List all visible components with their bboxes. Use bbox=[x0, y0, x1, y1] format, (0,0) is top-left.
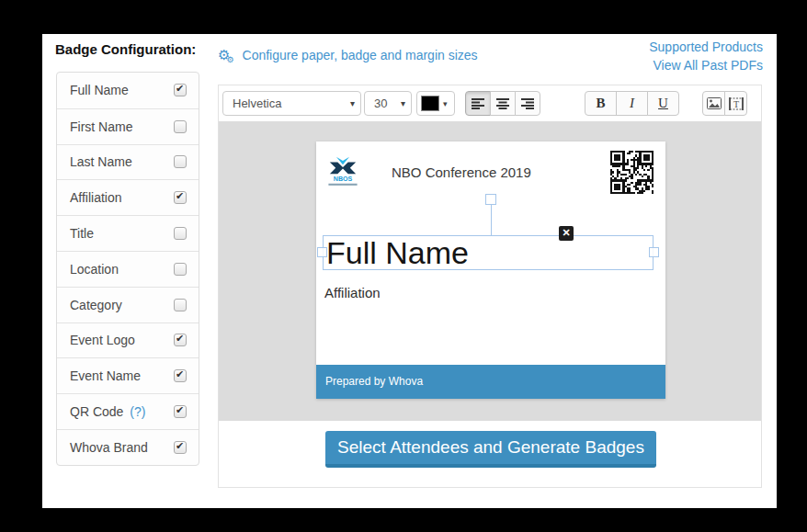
resize-handle-left[interactable] bbox=[317, 247, 327, 257]
badge-editor-panel: Helvetica ▾ 30 ▾ ▾ bbox=[218, 85, 762, 488]
config-item-label: Event Name bbox=[70, 368, 143, 383]
delete-textbox-button[interactable]: ✕ bbox=[559, 226, 574, 241]
config-item-checkbox[interactable] bbox=[174, 441, 187, 454]
font-color-picker[interactable]: ▾ bbox=[416, 91, 455, 116]
resize-handle-right[interactable] bbox=[649, 247, 659, 257]
config-item-checkbox[interactable] bbox=[174, 120, 187, 133]
qr-code[interactable] bbox=[610, 151, 654, 194]
config-item-checkbox[interactable] bbox=[174, 84, 187, 96]
config-item-checkbox[interactable] bbox=[174, 263, 187, 276]
config-item: QR Code (?) bbox=[57, 393, 199, 429]
alignment-group bbox=[465, 91, 540, 116]
config-item-checkbox[interactable] bbox=[174, 227, 187, 240]
config-item-checkbox[interactable] bbox=[174, 299, 187, 311]
page: Badge Configuration: Full Name First Nam… bbox=[42, 34, 777, 508]
underline-button[interactable]: U bbox=[647, 91, 679, 116]
event-name-text[interactable]: NBO Conference 2019 bbox=[392, 164, 531, 180]
align-right-icon bbox=[521, 97, 534, 109]
config-item-label: Title bbox=[70, 226, 97, 241]
page-title: Badge Configuration: bbox=[55, 41, 196, 57]
resize-textbox-button[interactable]: T bbox=[724, 91, 747, 116]
affiliation-textbox[interactable]: Affiliation bbox=[324, 285, 381, 300]
align-left-button[interactable] bbox=[465, 91, 491, 116]
italic-button[interactable]: I bbox=[616, 91, 648, 116]
gears-icon: ⚙⚙ bbox=[218, 47, 238, 63]
badge-preview: NBOS NBO Conference 2019 Full Name ✕ Aff… bbox=[316, 141, 665, 399]
config-item-label: First Name bbox=[70, 119, 135, 134]
config-item-checkbox[interactable] bbox=[174, 191, 187, 204]
config-item: Full Name bbox=[57, 73, 199, 108]
help-link[interactable]: (?) bbox=[126, 404, 145, 419]
config-item-checkbox[interactable] bbox=[174, 155, 187, 168]
generate-badges-button[interactable]: Select Attendees and Generate Badges bbox=[325, 431, 656, 468]
config-item-checkbox[interactable] bbox=[174, 369, 187, 382]
chevron-down-icon: ▾ bbox=[439, 99, 451, 108]
name-textbox[interactable]: Full Name bbox=[323, 235, 654, 270]
align-center-icon bbox=[496, 97, 509, 109]
config-item: Affiliation bbox=[57, 179, 199, 215]
config-item: Category bbox=[57, 287, 199, 323]
config-item-label: Category bbox=[70, 298, 125, 312]
config-item-checkbox[interactable] bbox=[174, 334, 187, 346]
config-item-label: QR Code (?) bbox=[70, 404, 145, 419]
config-item: First Name bbox=[57, 108, 199, 144]
config-item-label: Full Name bbox=[70, 83, 131, 97]
config-item-label: Whova Brand bbox=[70, 440, 151, 455]
config-item: Location bbox=[57, 251, 199, 287]
configure-sizes-link[interactable]: ⚙⚙Configure paper, badge and margin size… bbox=[218, 47, 478, 63]
config-item-label: Affiliation bbox=[70, 190, 125, 205]
insert-group: T bbox=[702, 91, 747, 116]
font-family-select[interactable]: Helvetica ▾ bbox=[222, 91, 361, 116]
event-logo[interactable]: NBOS bbox=[327, 155, 358, 188]
align-right-button[interactable] bbox=[515, 91, 540, 116]
rotation-line bbox=[491, 205, 492, 235]
nbos-logo-icon: NBOS bbox=[327, 155, 358, 188]
chevron-down-icon: ▾ bbox=[395, 98, 411, 108]
view-past-pdfs-link[interactable]: View All Past PDFs bbox=[649, 56, 763, 74]
config-item: Event Name bbox=[57, 357, 199, 393]
config-item-checkbox[interactable] bbox=[174, 405, 187, 418]
badge-config-list: Full Name First Name Last Name Affiliati… bbox=[56, 72, 199, 466]
config-item: Whova Brand bbox=[57, 429, 199, 465]
config-item: Title bbox=[57, 215, 199, 251]
chevron-down-icon: ▾ bbox=[345, 98, 360, 108]
textbox-width-icon: T bbox=[729, 97, 744, 110]
badge-canvas: NBOS NBO Conference 2019 Full Name ✕ Aff… bbox=[219, 121, 761, 421]
supported-products-link[interactable]: Supported Products bbox=[649, 38, 763, 56]
config-item-label: Location bbox=[70, 262, 121, 277]
rotation-handle[interactable] bbox=[485, 194, 496, 205]
color-swatch bbox=[421, 96, 439, 111]
svg-text:T: T bbox=[733, 98, 738, 108]
insert-image-button[interactable] bbox=[702, 91, 725, 116]
text-style-group: B I U bbox=[585, 91, 679, 116]
editor-toolbar: Helvetica ▾ 30 ▾ ▾ bbox=[219, 85, 761, 121]
align-center-button[interactable] bbox=[490, 91, 516, 116]
config-item: Event Logo bbox=[57, 323, 199, 358]
config-item: Last Name bbox=[57, 144, 199, 180]
font-size-select[interactable]: 30 ▾ bbox=[364, 91, 412, 116]
bold-button[interactable]: B bbox=[585, 91, 617, 116]
config-item-label: Event Logo bbox=[70, 333, 138, 347]
image-icon bbox=[707, 97, 722, 109]
align-left-icon bbox=[472, 97, 484, 109]
whova-brand-bar: Prepared by Whova bbox=[316, 365, 665, 399]
svg-text:NBOS: NBOS bbox=[334, 175, 353, 183]
top-links: Supported Products View All Past PDFs bbox=[649, 38, 763, 74]
config-item-label: Last Name bbox=[70, 154, 135, 169]
